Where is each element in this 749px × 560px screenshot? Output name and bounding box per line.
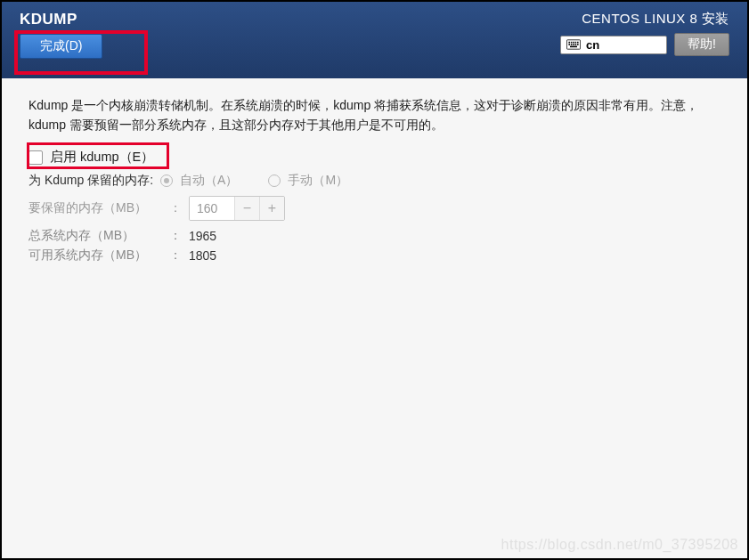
reserve-amount-label: 要保留的内存（MB） bbox=[28, 200, 162, 216]
svg-rect-6 bbox=[569, 44, 571, 45]
usable-memory-row: 可用系统内存（MB） ： 1805 bbox=[28, 248, 721, 264]
total-memory-row: 总系统内存（MB） ： 1965 bbox=[28, 228, 721, 244]
reserve-manual-label: 手动（M） bbox=[288, 173, 348, 189]
install-title: CENTOS LINUX 8 安装 bbox=[582, 11, 729, 28]
svg-rect-8 bbox=[573, 44, 574, 45]
svg-rect-2 bbox=[571, 42, 573, 44]
reserve-amount-row: 要保留的内存（MB） ： − + bbox=[28, 196, 721, 221]
reserve-amount-increment[interactable]: + bbox=[259, 197, 284, 220]
reserve-amount-input[interactable] bbox=[190, 197, 234, 220]
svg-rect-3 bbox=[573, 42, 574, 44]
done-button[interactable]: 完成(D) bbox=[20, 34, 102, 59]
topbar: KDUMP 完成(D) CENTOS LINUX 8 安装 bbox=[2, 2, 747, 78]
topbar-controls: cn 帮助! bbox=[560, 33, 729, 56]
total-memory-label: 总系统内存（MB） bbox=[28, 228, 162, 244]
keyboard-layout-indicator[interactable]: cn bbox=[560, 36, 667, 54]
reserve-amount-spinner: − + bbox=[189, 196, 285, 221]
svg-rect-7 bbox=[571, 44, 573, 45]
colon: ： bbox=[169, 228, 182, 244]
content-area: Kdump 是一个内核崩溃转储机制。在系统崩溃的时候，kdump 将捕获系统信息… bbox=[2, 78, 747, 558]
reserve-mode-label: 为 Kdump 保留的内存: bbox=[28, 173, 153, 189]
topbar-right: CENTOS LINUX 8 安装 bbox=[560, 11, 729, 56]
usable-memory-value: 1805 bbox=[189, 248, 216, 263]
colon: ： bbox=[169, 200, 182, 216]
reserve-auto-label: 自动（A） bbox=[180, 173, 238, 189]
enable-kdump-label: 启用 kdump（E） bbox=[50, 149, 154, 166]
reserve-mode-row: 为 Kdump 保留的内存: 自动（A） 手动（M） bbox=[28, 173, 721, 189]
enable-kdump-row: 启用 kdump（E） bbox=[28, 149, 721, 166]
svg-rect-1 bbox=[569, 42, 571, 44]
reserve-amount-decrement[interactable]: − bbox=[234, 197, 259, 220]
help-button[interactable]: 帮助! bbox=[674, 33, 729, 56]
enable-kdump-checkbox[interactable] bbox=[28, 150, 43, 165]
reserve-auto-radio[interactable] bbox=[160, 174, 173, 187]
kdump-description: Kdump 是一个内核崩溃转储机制。在系统崩溃的时候，kdump 将捕获系统信息… bbox=[28, 96, 721, 134]
kdump-screen: KDUMP 完成(D) CENTOS LINUX 8 安装 bbox=[2, 2, 747, 558]
svg-rect-4 bbox=[575, 42, 577, 44]
topbar-left: KDUMP 完成(D) bbox=[20, 11, 102, 59]
reserve-manual-radio[interactable] bbox=[268, 174, 281, 187]
svg-rect-11 bbox=[570, 46, 577, 48]
svg-rect-10 bbox=[577, 44, 579, 45]
svg-rect-5 bbox=[577, 42, 579, 44]
svg-rect-9 bbox=[575, 44, 577, 45]
colon: ： bbox=[169, 248, 182, 264]
total-memory-value: 1965 bbox=[189, 229, 216, 243]
keyboard-layout-label: cn bbox=[586, 38, 599, 52]
page-title: KDUMP bbox=[20, 11, 102, 28]
keyboard-icon bbox=[566, 39, 581, 50]
usable-memory-label: 可用系统内存（MB） bbox=[28, 248, 162, 264]
